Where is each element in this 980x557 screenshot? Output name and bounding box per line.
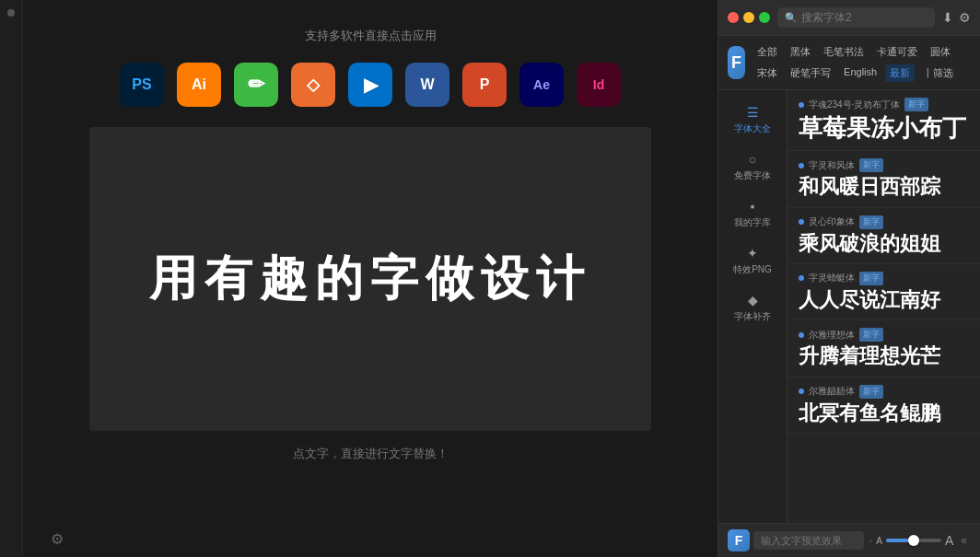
app-icon-keynote[interactable]: ▶ [348, 63, 392, 107]
nav-item-font-supplement[interactable]: ◆ 字体补齐 [718, 285, 787, 331]
nav-icon-font-supplement: ◆ [748, 293, 758, 308]
nav-item-special-png[interactable]: ✦ 特效PNG [718, 238, 787, 284]
font-preview-north-fish: 北冥有鱼名鲲鹏 [799, 401, 969, 425]
header-icons: ⬇ ⚙ [942, 10, 971, 25]
left-strip [0, 0, 23, 557]
nav-item-my-library[interactable]: ▪ 我的字库 [718, 191, 787, 237]
font-name-jiangnan: 字灵蜻蜓体 [809, 272, 855, 284]
font-item-wind-warm[interactable]: 字灵和风体 新字 和风暖日西部踪 [788, 151, 980, 207]
font-preview-wave-sister: 乘风破浪的姐姐 [799, 232, 969, 256]
filter-tag-black[interactable]: 黑体 [786, 43, 815, 61]
search-box[interactable]: 🔍 [777, 7, 935, 28]
app-logo-row: F 全部黑体毛笔书法卡通可爱圆体宋体硬笔手写English最新丨筛选 [718, 36, 980, 90]
preview-canvas[interactable]: 用有趣的字做设计 [89, 127, 651, 431]
font-meta-rise-dream: 尔雅理想体 新字 [799, 328, 969, 342]
font-item-strawberry[interactable]: 字魂234号·灵劝布丁体 新字 草莓果冻小布丁 [788, 90, 980, 151]
footer-f-logo[interactable]: F [728, 529, 750, 551]
font-name-north-fish: 尔雅龃龉体 [809, 385, 855, 398]
nav-label-my-library: 我的字库 [734, 216, 771, 229]
filter-tag-english[interactable]: English [839, 64, 881, 82]
font-item-north-fish[interactable]: 尔雅龃龉体 新字 北冥有鱼名鲲鹏 [788, 377, 980, 434]
slider-icon: · [869, 535, 872, 546]
app-subtitle: 支持多软件直接点击应用 [305, 28, 437, 44]
font-item-jiangnan[interactable]: 字灵蜻蜓体 新字 人人尽说江南好 [788, 264, 980, 320]
app-icons-row: PS Ai ✏ ◇ ▶ W P Ae Id [120, 63, 621, 107]
settings-icon[interactable]: ⚙ [51, 530, 64, 548]
sidebar: 🔍 ⬇ ⚙ F 全部黑体毛笔书法卡通可爱圆体宋体硬笔手写English最新丨筛选… [718, 0, 980, 557]
sidebar-footer: F · A A « [718, 523, 980, 557]
settings-header-icon[interactable]: ⚙ [959, 10, 971, 25]
font-meta-strawberry: 字魂234号·灵劝布丁体 新字 [799, 98, 969, 111]
font-dot-wind-warm [799, 163, 804, 168]
font-name-wave-sister: 灵心印象体 [809, 215, 855, 228]
font-badge-wave-sister: 新字 [859, 215, 883, 229]
filter-tag-all[interactable]: 全部 [752, 43, 782, 61]
nav-label-special-png: 特效PNG [733, 263, 772, 276]
bottom-hint: 点文字，直接进行文字替换！ [293, 446, 449, 462]
font-name-rise-dream: 尔雅理想体 [809, 329, 855, 342]
app-icon-sketch[interactable]: ✏ [234, 63, 278, 107]
font-meta-wave-sister: 灵心印象体 新字 [799, 215, 969, 229]
app-icon-sketch2[interactable]: ◇ [291, 63, 335, 107]
font-dot-wave-sister [799, 219, 804, 225]
download-icon[interactable]: ⬇ [942, 10, 953, 25]
id-label: Id [593, 77, 604, 92]
ps-label: PS [132, 76, 151, 93]
filter-tag-round[interactable]: 圆体 [926, 43, 955, 61]
filter-tag-song[interactable]: 宋体 [752, 64, 782, 82]
nav-icon-free-font: ○ [749, 152, 756, 167]
filter-tag-cute[interactable]: 卡通可爱 [872, 43, 922, 61]
minimize-button[interactable] [743, 12, 754, 23]
preview-main-text[interactable]: 用有趣的字做设计 [149, 247, 591, 311]
app-icon-ae[interactable]: Ae [519, 63, 564, 107]
font-dot-strawberry [799, 102, 804, 108]
filter-tag-handwriting[interactable]: 硬笔手写 [786, 64, 835, 82]
sidebar-header: 🔍 ⬇ ⚙ [718, 0, 980, 36]
font-list[interactable]: 字魂234号·灵劝布丁体 新字 草莓果冻小布丁 字灵和风体 新字 和风暖日西部踪… [788, 90, 980, 523]
ppt-label: P [480, 76, 490, 93]
nav-label-font-collection: 字体大全 [734, 122, 771, 135]
app-icon-ppt[interactable]: P [462, 63, 507, 107]
keynote-label: ▶ [364, 74, 378, 96]
font-preview-wind-warm: 和风暖日西部踪 [799, 175, 969, 199]
slider-bar[interactable] [886, 539, 941, 542]
search-input[interactable] [801, 11, 928, 24]
app-icon-id[interactable]: Id [577, 63, 621, 107]
nav-icon-font-collection: ☰ [747, 105, 759, 120]
nav-item-font-collection[interactable]: ☰ 字体大全 [718, 98, 787, 143]
font-preview-strawberry: 草莓果冻小布丁 [799, 114, 969, 143]
nav-item-free-font[interactable]: ○ 免费字体 [718, 145, 787, 190]
slider-a-large: A [945, 533, 953, 548]
font-meta-wind-warm: 字灵和风体 新字 [799, 158, 969, 172]
traffic-lights [728, 12, 770, 23]
font-preview-jiangnan: 人人尽说江南好 [799, 288, 969, 312]
font-badge-rise-dream: 新字 [859, 328, 883, 342]
font-preview-rise-dream: 升腾着理想光芒 [799, 344, 969, 368]
font-badge-north-fish: 新字 [859, 385, 883, 399]
font-dot-jiangnan [799, 275, 804, 281]
sketch2-label: ◇ [307, 75, 320, 95]
ae-label: Ae [533, 77, 550, 92]
preview-text-input[interactable] [753, 531, 864, 550]
nav-icon-special-png: ✦ [747, 246, 758, 261]
font-dot-rise-dream [799, 332, 804, 338]
slider-a-small: A [876, 536, 882, 546]
close-button[interactable] [728, 12, 739, 23]
font-badge-jiangnan: 新字 [859, 272, 883, 285]
maximize-button[interactable] [759, 12, 770, 23]
font-item-wave-sister[interactable]: 灵心印象体 新字 乘风破浪的姐姐 [788, 208, 980, 264]
app-icon-ps[interactable]: PS [120, 63, 164, 107]
font-size-slider: A A [876, 533, 953, 548]
app-icon-word[interactable]: W [405, 63, 449, 107]
filter-tag-filter[interactable]: 丨筛选 [918, 64, 958, 82]
slider-thumb[interactable] [908, 535, 919, 546]
app-icon-ai[interactable]: Ai [177, 63, 221, 107]
font-name-wind-warm: 字灵和风体 [809, 159, 855, 172]
filter-tag-brush[interactable]: 毛笔书法 [819, 43, 869, 61]
font-badge-wind-warm: 新字 [859, 158, 883, 172]
font-item-rise-dream[interactable]: 尔雅理想体 新字 升腾着理想光芒 [788, 320, 980, 377]
filter-tags: 全部黑体毛笔书法卡通可爱圆体宋体硬笔手写English最新丨筛选 [752, 43, 971, 82]
strip-dot-1[interactable] [7, 9, 15, 17]
filter-tag-new[interactable]: 最新 [885, 64, 915, 82]
collapse-button[interactable]: « [957, 532, 971, 549]
